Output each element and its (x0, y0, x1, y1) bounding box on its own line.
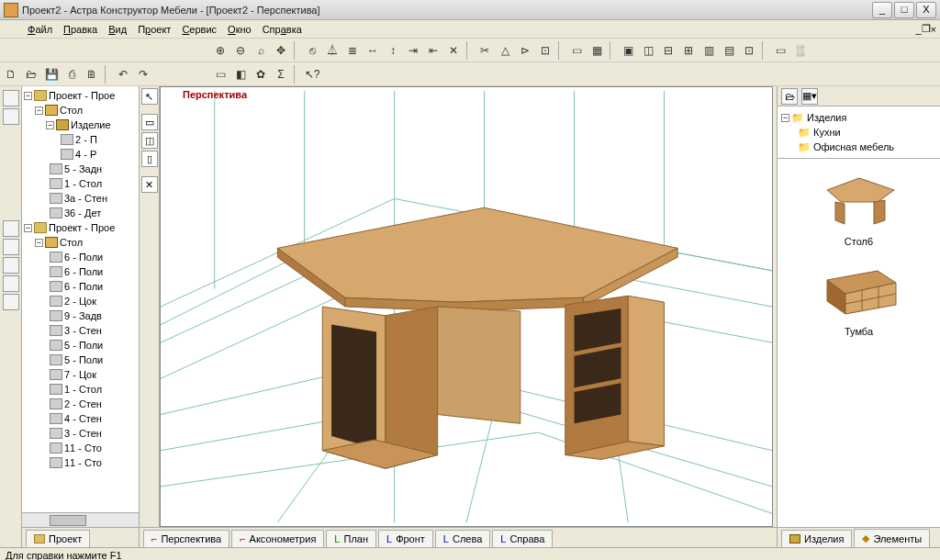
catalog-folder[interactable]: 📁Офисная мебель (781, 140, 936, 154)
tab-axonometry[interactable]: ⌐Аксонометрия (231, 530, 324, 547)
tree-part[interactable]: 2 - П (22, 132, 139, 147)
tool-5[interactable]: ↕ (384, 41, 402, 60)
close-button[interactable]: X (916, 2, 936, 18)
open-folder-icon[interactable]: 🗁 (781, 88, 798, 105)
side-btn-5[interactable] (3, 257, 19, 274)
mdi-restore-button[interactable]: ❐ (922, 23, 931, 35)
view-mode-icon[interactable]: ▦▾ (801, 88, 818, 105)
panel-tool-icon[interactable]: ▯ (141, 151, 158, 167)
tree-stol-2[interactable]: −Стол (22, 235, 139, 250)
part-icon[interactable]: ◧ (231, 65, 250, 84)
open-icon[interactable]: 🗁 (22, 65, 40, 84)
box-tool-icon[interactable]: ◫ (141, 132, 158, 149)
tab-left[interactable]: LСлева (435, 530, 490, 547)
tool-8[interactable]: ✕ (444, 41, 463, 60)
tree-part[interactable]: 3 - Стен (22, 426, 139, 441)
tree-project-root-2[interactable]: −Проект - Прое (22, 220, 139, 235)
catalog-item-stol6[interactable]: Стол6 (781, 162, 936, 247)
tool-14[interactable]: ▦ (588, 41, 606, 60)
save-icon[interactable]: 💾 (42, 65, 61, 84)
gear-icon[interactable]: ✿ (252, 65, 270, 84)
tree-stol[interactable]: −Стол (22, 103, 139, 118)
rect-tool-icon[interactable]: ▭ (141, 114, 158, 130)
tree-part[interactable]: 5 - Поли (22, 338, 139, 353)
menu-edit[interactable]: Правка (58, 22, 103, 37)
tree-part[interactable]: 2 - Цок (22, 294, 139, 308)
tree-part[interactable]: 2 - Стен (22, 397, 139, 411)
tab-front[interactable]: LФронт (378, 530, 433, 547)
pan-icon[interactable]: ✥ (272, 41, 290, 60)
tree-part[interactable]: 3а - Стен (22, 191, 139, 206)
layout-3-icon[interactable]: ⊟ (659, 41, 677, 60)
tree-part[interactable]: 5 - Задн (22, 162, 139, 176)
tab-elementy[interactable]: ◆Элементы (854, 529, 930, 547)
tree-part[interactable]: 6 - Поли (22, 279, 139, 294)
catalog-root[interactable]: −📁Изделия (781, 110, 936, 125)
sigma-icon[interactable]: Σ (272, 65, 290, 84)
layout-8-icon[interactable]: ▭ (771, 41, 789, 60)
tool-3[interactable]: ≣ (343, 41, 362, 60)
tool-13[interactable]: ▭ (567, 41, 586, 60)
mdi-close-button[interactable]: × (931, 24, 936, 35)
side-btn-3[interactable] (3, 220, 19, 237)
menu-window[interactable]: Окно (222, 22, 257, 37)
tree-project-root[interactable]: −Проект - Прое (22, 88, 139, 103)
tool-2[interactable]: ⏃ (323, 41, 341, 60)
select-icon[interactable]: ▭ (211, 65, 229, 84)
viewport-3d[interactable]: Перспектива (160, 86, 773, 527)
tool-7[interactable]: ⇤ (424, 41, 442, 60)
menu-file[interactable]: Файл (22, 22, 58, 37)
tool-6[interactable]: ⇥ (404, 41, 422, 60)
tool-9[interactable]: ✂ (476, 41, 494, 60)
tree-part[interactable]: 6 - Поли (22, 250, 139, 264)
tool-10[interactable]: △ (496, 41, 514, 60)
delete-tool-icon[interactable]: ✕ (141, 176, 158, 193)
tab-project[interactable]: Проект (26, 530, 90, 547)
tab-izdeliya[interactable]: Изделия (781, 530, 852, 547)
tree-part[interactable]: 5 - Поли (22, 353, 139, 367)
tree-part[interactable]: 1 - Стол (22, 176, 139, 191)
tree-part[interactable]: 11 - Сто (22, 441, 139, 455)
layout-6-icon[interactable]: ▤ (720, 41, 738, 60)
catalog-thumbnails[interactable]: Стол6 Тумба (778, 159, 940, 527)
tree-izdelie[interactable]: −Изделие (22, 118, 139, 132)
help-cursor-icon[interactable]: ↖? (303, 65, 321, 84)
side-btn-4[interactable] (3, 239, 19, 255)
tree-hscroll[interactable] (22, 512, 139, 527)
layout-1-icon[interactable]: ▣ (619, 41, 637, 60)
tab-perspective[interactable]: ⌐Перспектива (143, 530, 229, 547)
catalog-tree[interactable]: −📁Изделия 📁Кухни 📁Офисная мебель (778, 106, 940, 159)
zoom-window-icon[interactable]: ⌕ (252, 41, 270, 60)
side-btn-6[interactable] (3, 275, 19, 292)
tree-part[interactable]: 1 - Стол (22, 382, 139, 397)
tree-part[interactable]: 4 - Р (22, 147, 139, 162)
tree-part[interactable]: 9 - Задв (22, 308, 139, 323)
zoom-in-icon[interactable]: ⊕ (211, 41, 229, 60)
tool-11[interactable]: ⊳ (516, 41, 534, 60)
catalog-folder[interactable]: 📁Кухни (781, 125, 936, 140)
minimize-button[interactable]: _ (872, 2, 892, 18)
tool-1[interactable]: ⎋ (303, 41, 321, 60)
project-tree[interactable]: −Проект - Прое −Стол −Изделие 2 - П 4 - … (22, 86, 139, 512)
layout-7-icon[interactable]: ⊡ (740, 41, 758, 60)
layout-2-icon[interactable]: ◫ (639, 41, 657, 60)
new-icon[interactable]: 🗋 (2, 65, 20, 84)
side-btn-7[interactable] (3, 294, 19, 310)
layout-5-icon[interactable]: ▥ (699, 41, 718, 60)
tool-4[interactable]: ↔ (364, 41, 382, 60)
layout-4-icon[interactable]: ⊞ (679, 41, 698, 60)
tree-part[interactable]: 36 - Дет (22, 206, 139, 220)
tab-right[interactable]: LСправа (492, 530, 553, 547)
menu-help[interactable]: Справка (257, 22, 308, 37)
menu-service[interactable]: Сервис (176, 22, 222, 37)
tree-part[interactable]: 7 - Цок (22, 367, 139, 382)
cursor-icon[interactable]: ↖ (141, 88, 158, 105)
print-icon[interactable]: ⎙ (62, 65, 81, 84)
tab-plan[interactable]: LПлан (326, 530, 376, 547)
tree-part[interactable]: 4 - Стен (22, 411, 139, 426)
menu-project[interactable]: Проект (132, 22, 176, 37)
catalog-item-tumba[interactable]: Тумба (781, 252, 936, 337)
tree-part[interactable]: 3 - Стен (22, 323, 139, 338)
tree-part[interactable]: 6 - Поли (22, 264, 139, 279)
preview-icon[interactable]: 🗎 (83, 65, 101, 84)
